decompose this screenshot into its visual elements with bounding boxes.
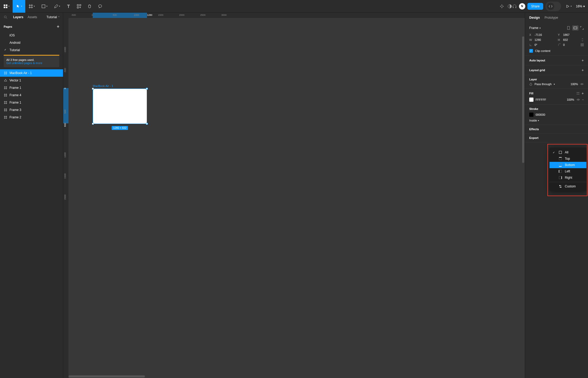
- height-input[interactable]: H832: [558, 38, 584, 42]
- landscape-button[interactable]: [572, 25, 579, 31]
- layer-item[interactable]: Frame 2: [0, 114, 63, 121]
- contrast-icon[interactable]: [507, 4, 512, 9]
- add-fill-button[interactable]: +: [582, 91, 584, 95]
- tab-layers[interactable]: Layers: [13, 15, 23, 19]
- stroke-hex-input[interactable]: 000000: [536, 113, 545, 116]
- share-button[interactable]: Share: [527, 3, 543, 10]
- layer-item[interactable]: Frame 4: [0, 91, 63, 99]
- shape-tool[interactable]: ▾: [38, 0, 51, 13]
- present-button[interactable]: ▾: [563, 0, 574, 13]
- main-menu-button[interactable]: ▾: [0, 0, 13, 13]
- fill-hex-input[interactable]: FFFFFF: [536, 98, 546, 101]
- avatar[interactable]: N: [519, 3, 525, 9]
- selected-frame[interactable]: [93, 89, 147, 124]
- pages-label: Pages: [4, 25, 12, 28]
- stroke-side-right[interactable]: Right: [550, 175, 586, 181]
- layer-item[interactable]: Frame 1: [0, 84, 63, 91]
- frame-icon: [4, 108, 7, 112]
- width-input[interactable]: W1280: [529, 38, 555, 42]
- frame-tool[interactable]: ▾: [25, 0, 38, 13]
- play-icon: [565, 4, 570, 9]
- layer-label: Layer: [529, 78, 537, 81]
- horizontal-scrollbar[interactable]: [68, 375, 145, 377]
- portrait-button[interactable]: [565, 25, 572, 31]
- vertical-scrollbar[interactable]: [522, 36, 524, 163]
- stroke-side-all[interactable]: ✓ All: [550, 149, 586, 156]
- stroke-side-custom[interactable]: Custom: [550, 183, 586, 190]
- layer-name: Frame 1: [9, 101, 21, 104]
- layer-item[interactable]: MacBook Air - 1: [0, 69, 63, 77]
- upgrade-text: All 3 free pages used.: [6, 58, 57, 61]
- canvas[interactable]: MacBook Air - 1 1280 × 832: [68, 18, 525, 378]
- svg-rect-40: [567, 26, 570, 30]
- tab-assets[interactable]: Assets: [28, 15, 37, 19]
- page-item-tutorial[interactable]: Tutorial: [0, 46, 63, 54]
- tab-prototype[interactable]: Prototype: [545, 16, 558, 20]
- text-tool[interactable]: [63, 0, 74, 13]
- file-name-dropdown[interactable]: Tutorial ⌃: [46, 15, 60, 19]
- remove-fill-icon[interactable]: −: [582, 98, 584, 101]
- devmode-toggle[interactable]: [545, 2, 561, 11]
- y-input[interactable]: Y1867: [558, 33, 584, 36]
- comment-tool[interactable]: [95, 0, 105, 13]
- stroke-swatch[interactable]: [529, 113, 533, 117]
- constrain-proportions-icon[interactable]: [581, 38, 584, 42]
- pen-tool[interactable]: ▾: [51, 0, 63, 13]
- stroke-side-top[interactable]: Top: [550, 156, 586, 162]
- fill-styles-icon[interactable]: [576, 92, 580, 95]
- tab-design[interactable]: Design: [529, 16, 540, 20]
- clip-content-checkbox[interactable]: ✓: [529, 49, 533, 53]
- svg-rect-9: [77, 4, 79, 6]
- layer-item[interactable]: Vector 1: [0, 77, 63, 84]
- svg-rect-2: [4, 7, 5, 8]
- add-auto-layout-button[interactable]: +: [582, 58, 584, 62]
- rotation-input[interactable]: 0°: [529, 43, 555, 46]
- resources-tool[interactable]: [74, 0, 84, 13]
- page-item-ios[interactable]: iOS: [0, 32, 63, 39]
- add-layout-grid-button[interactable]: +: [582, 68, 584, 72]
- stroke-side-bottom[interactable]: Bottom: [550, 162, 586, 168]
- blend-mode-dropdown[interactable]: Pass through: [535, 83, 552, 86]
- layer-item[interactable]: Frame 1: [0, 99, 63, 106]
- border-bottom-icon: [558, 163, 562, 167]
- visibility-icon[interactable]: [580, 83, 584, 85]
- zoom-value: 16%: [576, 4, 582, 8]
- layer-name: MacBook Air - 1: [9, 71, 32, 75]
- frame-icon: [4, 115, 7, 119]
- hand-icon: [87, 4, 92, 9]
- resize-to-fit-icon[interactable]: [580, 26, 584, 30]
- x-input[interactable]: X-7116: [529, 33, 555, 36]
- search-icon[interactable]: [3, 15, 8, 20]
- headphones-icon[interactable]: [512, 4, 517, 9]
- corner-radius-input[interactable]: 0: [558, 43, 584, 46]
- sparkle-icon[interactable]: [499, 4, 504, 9]
- frame-title[interactable]: MacBook Air - 1: [93, 84, 113, 88]
- svg-rect-10: [80, 4, 81, 6]
- stroke-side-left[interactable]: Left: [550, 168, 586, 175]
- stroke-position-dropdown[interactable]: Inside▾: [529, 119, 584, 122]
- zoom-dropdown[interactable]: 16%▾: [576, 4, 585, 8]
- stroke-label: Stroke: [529, 107, 538, 110]
- layer-opacity-input[interactable]: 100%: [571, 83, 578, 86]
- fill-opacity-input[interactable]: 100%: [567, 98, 574, 101]
- svg-marker-19: [4, 79, 7, 81]
- fill-swatch[interactable]: [529, 98, 533, 102]
- upgrade-banner: All 3 free pages used. Get unlimited pag…: [4, 56, 59, 67]
- svg-rect-41: [574, 27, 577, 29]
- layer-item[interactable]: Frame 3: [0, 106, 63, 114]
- move-tool[interactable]: ▾: [13, 0, 25, 13]
- page-item-android[interactable]: Android: [0, 39, 63, 46]
- add-page-button[interactable]: +: [57, 24, 59, 29]
- layout-grid-label: Layout grid: [529, 69, 545, 72]
- independent-corners-icon[interactable]: [581, 43, 584, 46]
- hand-tool[interactable]: [84, 0, 95, 13]
- border-right-icon: [558, 176, 562, 180]
- fill-visibility-icon[interactable]: [576, 98, 580, 101]
- svg-rect-52: [559, 151, 562, 154]
- frame-preset-dropdown[interactable]: Frame▾: [529, 26, 541, 30]
- svg-rect-43: [582, 43, 584, 45]
- svg-point-49: [577, 94, 577, 95]
- horizontal-ruler: -500 0 500 1000 1280 1500 2000 2500 3000: [68, 13, 525, 18]
- svg-point-46: [581, 84, 582, 85]
- upgrade-link[interactable]: Get unlimited pages & more: [6, 61, 57, 65]
